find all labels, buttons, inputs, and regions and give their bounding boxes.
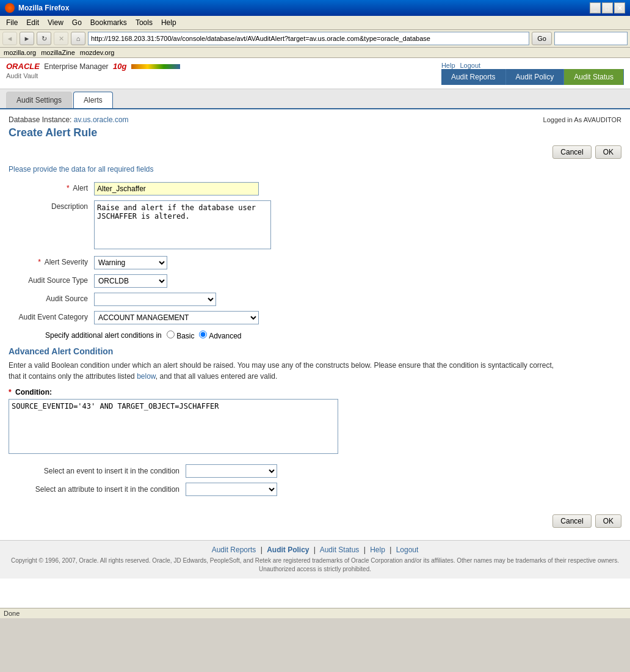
tab-audit-reports[interactable]: Audit Reports: [441, 69, 506, 85]
required-note: Please provide the data for all required…: [9, 165, 621, 173]
logout-link[interactable]: Logout: [460, 62, 481, 69]
db-instance-info: Database Instance: av.us.oracle.com: [9, 115, 129, 124]
db-instance-bar: Database Instance: av.us.oracle.com Logg…: [9, 115, 621, 124]
header-links: Help Logout: [441, 62, 624, 69]
subtab-audit-settings[interactable]: Audit Settings: [6, 92, 72, 108]
form-row-severity: * Alert Severity Warning Critical Info: [9, 256, 621, 269]
reload-button[interactable]: ↻: [37, 32, 51, 45]
required-star-severity: *: [38, 258, 41, 266]
severity-label: * Alert Severity: [9, 256, 94, 266]
browser-menubar: File Edit View Go Bookmarks Tools Help: [0, 16, 630, 30]
page-footer: Audit Reports | Audit Policy | Audit Sta…: [0, 540, 630, 579]
subtab-alerts[interactable]: Alerts: [73, 92, 113, 108]
bookmark-mozilla[interactable]: mozilla.org: [4, 49, 36, 56]
required-star: *: [67, 184, 70, 192]
footer-help[interactable]: Help: [370, 546, 385, 554]
insert-event-row: Select an event to insert it in the cond…: [9, 464, 621, 478]
event-category-label: Audit Event Category: [9, 311, 94, 321]
go-button[interactable]: Go: [532, 32, 552, 45]
source-type-label: Audit Source Type: [9, 274, 94, 285]
footer-nav-links: Audit Reports | Audit Policy | Audit Sta…: [6, 546, 624, 554]
maximize-button[interactable]: □: [602, 2, 613, 13]
db-instance-label: Database Instance:: [9, 115, 71, 124]
alert-label: * Alert: [9, 182, 94, 192]
tab-audit-policy[interactable]: Audit Policy: [506, 69, 565, 85]
radio-advanced-label[interactable]: Advanced: [199, 331, 241, 340]
below-link[interactable]: below: [137, 372, 156, 381]
footer-audit-status[interactable]: Audit Status: [320, 546, 360, 554]
oracle-text: ORACLE: [6, 62, 40, 71]
nav-tabs-bar: Audit Reports Audit Policy Audit Status: [441, 69, 624, 85]
radio-section: Specify additional alert conditions in B…: [9, 331, 621, 340]
severity-select[interactable]: Warning Critical Info: [94, 256, 167, 269]
audit-vault-text: Audit Vault: [6, 72, 180, 79]
home-button[interactable]: ⌂: [71, 32, 85, 45]
insert-attribute-select[interactable]: [186, 483, 277, 496]
db-instance-link[interactable]: av.us.oracle.com: [74, 115, 129, 124]
search-input[interactable]: [554, 32, 628, 45]
condition-textarea[interactable]: SOURCE_EVENTID='43' AND TARGET_OBJECT=JS…: [9, 399, 338, 454]
bookmark-mozdev[interactable]: mozdev.org: [80, 49, 115, 56]
footer-copyright: Copyright © 1996, 2007, Oracle. All righ…: [6, 557, 624, 574]
cancel-button-top[interactable]: Cancel: [552, 145, 591, 159]
event-category-select[interactable]: ACCOUNT MANAGEMENT DDL DML SELECT: [94, 311, 259, 324]
menu-bookmarks[interactable]: Bookmarks: [87, 17, 131, 28]
radio-advanced[interactable]: [199, 331, 207, 338]
forward-button[interactable]: ►: [20, 32, 34, 45]
logged-in-text: Logged in As AVAUDITOR: [543, 116, 621, 123]
alert-input[interactable]: [94, 182, 259, 195]
description-label: Description: [9, 200, 94, 211]
page-title: Create Alert Rule: [9, 126, 621, 139]
condition-required-star: *: [9, 388, 12, 396]
browser-title: Mozilla Firefox: [18, 4, 69, 12]
top-action-buttons: Cancel OK: [9, 145, 621, 159]
event-category-control: ACCOUNT MANAGEMENT DDL DML SELECT: [94, 311, 338, 324]
menu-go[interactable]: Go: [68, 17, 85, 28]
audit-source-control: [94, 293, 338, 306]
firefox-logo: [5, 3, 15, 13]
menu-help[interactable]: Help: [158, 17, 180, 28]
radio-basic-label[interactable]: Basic: [167, 331, 195, 340]
menu-edit[interactable]: Edit: [23, 17, 43, 28]
back-button[interactable]: ◄: [2, 32, 17, 45]
form-row-audit-source: Audit Source: [9, 293, 621, 306]
menu-file[interactable]: File: [2, 17, 21, 28]
footer-audit-reports[interactable]: Audit Reports: [212, 546, 256, 554]
alert-control: [94, 182, 338, 195]
stop-button[interactable]: ✕: [54, 32, 68, 45]
page-content: ORACLE Enterprise Manager 10g Audit Vaul…: [0, 58, 630, 608]
help-link[interactable]: Help: [441, 62, 455, 69]
audit-source-select[interactable]: [94, 293, 216, 306]
insert-event-select[interactable]: [186, 464, 277, 478]
oracle-header: ORACLE Enterprise Manager 10g Audit Vaul…: [0, 58, 630, 89]
close-button[interactable]: ✕: [614, 2, 625, 13]
header-right: Help Logout Audit Reports Audit Policy A…: [441, 62, 624, 85]
tab-audit-status[interactable]: Audit Status: [564, 69, 624, 85]
browser-toolbar: ◄ ► ↻ ✕ ⌂ Go: [0, 30, 630, 48]
advanced-title: Advanced Alert Condition: [9, 346, 621, 356]
description-textarea[interactable]: Raise and alert if the database user JSC…: [94, 200, 271, 249]
em-version: 10g: [113, 62, 126, 71]
menu-tools[interactable]: Tools: [132, 17, 156, 28]
footer-audit-policy[interactable]: Audit Policy: [267, 546, 309, 554]
ok-button-bottom[interactable]: OK: [595, 514, 621, 528]
radio-basic[interactable]: [167, 331, 175, 338]
ok-button-top[interactable]: OK: [595, 145, 621, 159]
em-label: Enterprise Manager: [42, 62, 110, 71]
cancel-button-bottom[interactable]: Cancel: [552, 514, 591, 528]
form-row-source-type: Audit Source Type ORCLDB: [9, 274, 621, 288]
insert-event-label: Select an event to insert it in the cond…: [9, 467, 179, 475]
footer-logout[interactable]: Logout: [396, 546, 419, 554]
source-type-select[interactable]: ORCLDB: [94, 274, 167, 288]
form-row-description: Description Raise and alert if the datab…: [9, 200, 621, 251]
source-type-control: ORCLDB: [94, 274, 338, 288]
menu-view[interactable]: View: [44, 17, 67, 28]
url-input[interactable]: [88, 32, 529, 45]
oracle-logo-area: ORACLE Enterprise Manager 10g Audit Vaul…: [6, 62, 180, 79]
oracle-bar-graphic: [131, 64, 180, 69]
form-row-alert: * Alert: [9, 182, 621, 195]
minimize-button[interactable]: _: [590, 2, 601, 13]
insert-attribute-label: Select an attribute to insert it in the …: [9, 485, 179, 494]
bookmark-mozillazine[interactable]: mozillaZine: [41, 49, 75, 56]
condition-label: * Condition:: [9, 388, 621, 396]
